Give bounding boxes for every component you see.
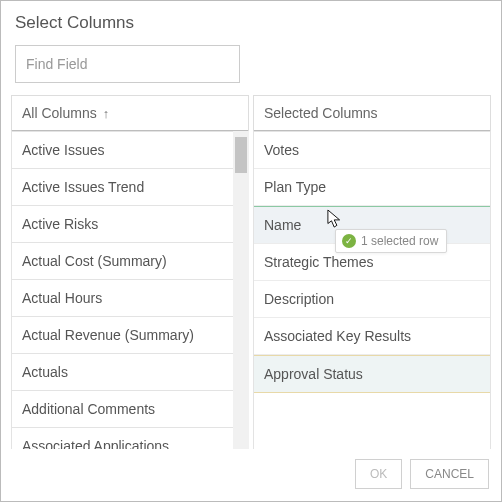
list-item[interactable]: Associated Applications <box>11 428 249 449</box>
list-item[interactable]: Associated Key Results <box>254 318 490 355</box>
columns-wrap: All Columns ↑ Active IssuesActive Issues… <box>1 95 501 449</box>
list-item[interactable]: Actuals <box>11 354 249 391</box>
list-item[interactable]: Description <box>254 281 490 318</box>
list-item[interactable]: Actual Revenue (Summary) <box>11 317 249 354</box>
list-item[interactable]: Active Issues <box>11 131 249 169</box>
selected-columns-header[interactable]: Selected Columns <box>253 95 491 131</box>
all-columns-panel: All Columns ↑ Active IssuesActive Issues… <box>11 95 249 449</box>
search-input[interactable] <box>15 45 240 83</box>
select-columns-dialog: Select Columns All Columns ↑ Active Issu… <box>0 0 502 502</box>
all-columns-header-label: All Columns <box>22 105 97 121</box>
sort-asc-icon: ↑ <box>103 106 110 121</box>
list-item[interactable]: Additional Comments <box>11 391 249 428</box>
ok-button[interactable]: OK <box>355 459 402 489</box>
list-item[interactable]: Active Issues Trend <box>11 169 249 206</box>
dialog-footer: OK CANCEL <box>1 449 501 501</box>
list-item[interactable]: Approval Status <box>254 355 490 393</box>
tooltip-text: 1 selected row <box>361 234 438 248</box>
selected-columns-header-label: Selected Columns <box>264 105 378 121</box>
search-box <box>15 45 240 83</box>
selected-columns-list: VotesPlan TypeNameStrategic ThemesDescri… <box>253 131 491 449</box>
check-icon: ✓ <box>342 234 356 248</box>
dialog-title: Select Columns <box>1 1 501 41</box>
all-columns-list: Active IssuesActive Issues TrendActive R… <box>11 131 249 449</box>
list-item[interactable]: Actual Hours <box>11 280 249 317</box>
drag-tooltip: ✓ 1 selected row <box>335 229 447 253</box>
cancel-button[interactable]: CANCEL <box>410 459 489 489</box>
selected-columns-scroll: VotesPlan TypeNameStrategic ThemesDescri… <box>253 131 491 449</box>
scrollbar[interactable] <box>233 131 249 449</box>
list-item[interactable]: Actual Cost (Summary) <box>11 243 249 280</box>
all-columns-scroll: Active IssuesActive Issues TrendActive R… <box>11 131 249 449</box>
list-item[interactable]: Plan Type <box>254 169 490 206</box>
list-item[interactable]: Active Risks <box>11 206 249 243</box>
selected-columns-panel: Selected Columns VotesPlan TypeNameStrat… <box>253 95 491 449</box>
all-columns-header[interactable]: All Columns ↑ <box>11 95 249 131</box>
scrollbar-thumb[interactable] <box>235 137 247 173</box>
list-item[interactable]: Votes <box>254 131 490 169</box>
